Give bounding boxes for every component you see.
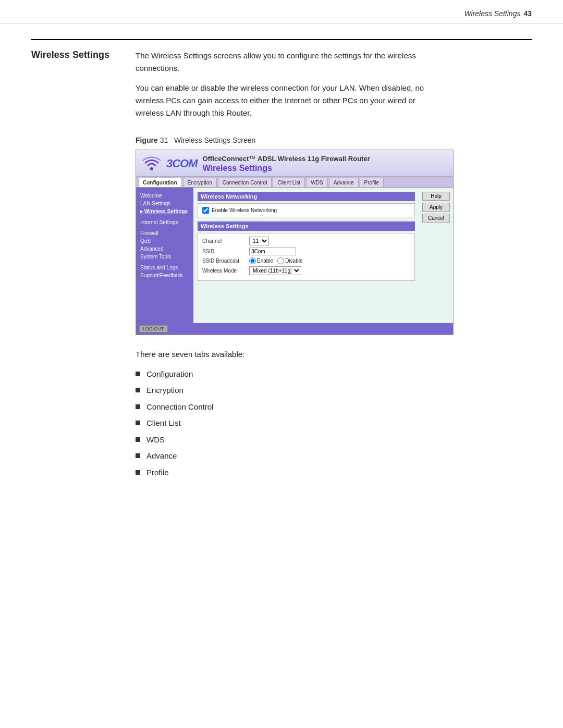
bullet-item-client-list: Client List [146,416,181,430]
list-item: Profile [136,466,532,479]
ssid-row: SSID [202,248,410,255]
ssid-input[interactable] [249,248,296,255]
ssid-broadcast-label: SSID Broadcast [202,258,249,264]
bullet-icon [136,404,140,409]
enable-wireless-checkbox[interactable] [202,207,209,214]
tab-advance[interactable]: Advance [329,178,359,187]
wireless-settings-content: Channel 11 SSID SSID Broadcast [198,233,415,281]
bullet-item-advance: Advance [146,449,177,463]
logout-button[interactable]: LOG OUT [139,325,168,332]
router-body: Welcome LAN Settings ▸ Wireless Settings… [136,188,453,323]
wireless-networking-content: Enable Wireless Networking [198,203,415,217]
bullet-item-encryption: Encryption [146,384,183,397]
tab-configuration[interactable]: Configuration [138,178,182,187]
channel-label: Channel [202,238,249,244]
wireless-mode-label: Wireless Mode [202,268,249,274]
tabs-available-section: There are seven tabs available: Configur… [136,348,532,479]
cancel-button[interactable]: Cancel [422,214,450,223]
router-header: 3COM OfficeConnect™ ADSL Wireless 11g Fi… [136,150,453,177]
tab-profile[interactable]: Profile [360,178,384,187]
router-sidebar: Welcome LAN Settings ▸ Wireless Settings… [136,188,193,323]
svg-point-0 [150,167,153,170]
product-suffix: ADSL Wireless 11g Firewall Router [258,155,370,163]
apply-button[interactable]: Apply [422,203,450,212]
router-logo: 3COM [142,154,198,173]
desc1: The Wireless Settings screens allow you … [136,50,438,75]
wireless-mode-row: Wireless Mode Mixed (11b+11g) [202,266,410,275]
router-tabs: Configuration Encryption Connection Cont… [136,177,453,188]
help-button[interactable]: Help [422,192,450,201]
sidebar-system-tools[interactable]: System Tools [139,253,190,261]
logo-3com-text: 3COM [166,157,198,170]
sidebar-qos[interactable]: QoS [139,237,190,245]
tab-encryption[interactable]: Encryption [183,178,217,187]
tab-wds[interactable]: WDS [306,178,327,187]
bullet-item-connection-control: Connection Control [146,400,213,414]
list-item: Encryption [136,384,532,397]
wireless-mode-select[interactable]: Mixed (11b+11g) [249,266,301,275]
figure-caption: Wireless Settings Screen [174,136,255,144]
enable-wireless-row: Enable Wireless Networking [202,207,410,214]
logo-icon [142,154,161,173]
ssid-broadcast-radio-group: Enable Disable [249,257,303,264]
tab-client-list[interactable]: Client List [273,178,305,187]
list-item: Client List [136,416,532,430]
router-ui-screenshot: 3COM OfficeConnect™ ADSL Wireless 11g Fi… [136,150,454,335]
bullet-icon [136,372,140,376]
bullet-icon [136,421,140,425]
list-item: Advance [136,449,532,463]
router-product-name: OfficeConnect™ ADSL Wireless 11g Firewal… [203,155,370,163]
router-page-title: Wireless Settings [203,164,370,173]
list-item: Configuration [136,367,532,381]
bullet-item-profile: Profile [146,466,169,479]
sidebar-status-logs[interactable]: Status and Logs [139,264,190,272]
page-label: Wireless Settings [464,9,520,18]
ssid-broadcast-enable-radio[interactable] [249,257,256,264]
page-number: 43 [523,9,532,18]
ssid-label: SSID [202,249,249,254]
router-title-area: OfficeConnect™ ADSL Wireless 11g Firewal… [203,155,370,173]
sidebar-wireless-settings[interactable]: ▸ Wireless Settings [139,207,190,215]
bullet-icon [136,453,140,458]
list-item: WDS [136,433,532,447]
figure-number: 31 [160,136,168,144]
wireless-networking-heading: Wireless Networking [198,192,415,201]
desc2: You can enable or disable the wireless c… [136,82,438,119]
bullet-icon [136,437,140,442]
ssid-broadcast-disable-radio[interactable] [277,257,284,264]
ssid-broadcast-disable-label: Disable [285,258,302,264]
sidebar-advanced[interactable]: Advanced [139,245,190,253]
sidebar-welcome[interactable]: Welcome [139,192,190,200]
bullet-icon [136,388,140,392]
section-title: Wireless Settings [31,50,136,127]
page-header: Wireless Settings 43 [0,0,563,23]
product-name-bold: OfficeConnect [203,155,249,163]
figure-word: Figure [136,136,158,144]
enable-wireless-label: Enable Wireless Networking [212,207,277,213]
ssid-broadcast-row: SSID Broadcast Enable Disable [202,257,410,264]
ssid-broadcast-enable: Enable [249,257,273,264]
ssid-broadcast-disable: Disable [277,257,302,264]
sidebar-support[interactable]: Support/Feedback [139,272,190,279]
sidebar-lan-settings[interactable]: LAN Settings [139,200,190,207]
router-main-panel: Wireless Networking Enable Wireless Netw… [193,188,419,323]
tabs-intro-text: There are seven tabs available: [136,348,532,361]
bullet-icon [136,470,140,475]
title-row: Wireless Settings The Wireless Settings … [31,39,532,127]
figure-label: Figure 31 Wireless Settings Screen [136,136,532,144]
wireless-settings-heading: Wireless Settings [198,221,415,231]
ssid-broadcast-enable-label: Enable [257,258,273,264]
section-desc: The Wireless Settings screens allow you … [136,50,438,127]
bullet-item-configuration: Configuration [146,367,193,381]
main-content: Wireless Settings The Wireless Settings … [0,23,563,513]
bullet-item-wds: WDS [146,433,165,447]
channel-row: Channel 11 [202,237,410,245]
tab-connection-control[interactable]: Connection Control [218,178,272,187]
list-item: Connection Control [136,400,532,414]
channel-select[interactable]: 11 [249,237,269,245]
router-footer: LOG OUT [136,323,453,335]
sidebar-internet-settings[interactable]: Internet Settings [139,218,190,226]
router-action-buttons: Help Apply Cancel [419,188,453,323]
bullet-list: Configuration Encryption Connection Cont… [136,367,532,479]
sidebar-firewall[interactable]: Firewall [139,229,190,237]
